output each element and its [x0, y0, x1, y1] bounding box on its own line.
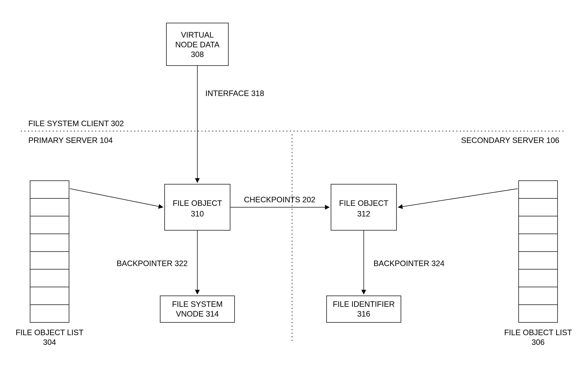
node-file-object-list-right: FILE OBJECT LIST 306	[504, 181, 572, 347]
node-file-object-primary: FILE OBJECT 310	[165, 184, 230, 230]
region-primary-label: PRIMARY SERVER 104	[28, 136, 113, 144]
svg-text:306: 306	[532, 338, 545, 347]
svg-text:310: 310	[191, 209, 204, 218]
svg-text:VNODE 314: VNODE 314	[176, 309, 219, 318]
svg-text:NODE DATA: NODE DATA	[175, 40, 220, 49]
region-client-label: FILE SYSTEM CLIENT 302	[28, 119, 124, 128]
svg-text:312: 312	[357, 209, 370, 218]
diagram-canvas: FILE SYSTEM CLIENT 302 PRIMARY SERVER 10…	[0, 0, 588, 372]
edge-interface-label: INTERFACE 318	[205, 89, 264, 98]
node-file-identifier: FILE IDENTIFIER 316	[326, 296, 401, 322]
svg-text:FILE OBJECT: FILE OBJECT	[339, 199, 388, 208]
svg-text:316: 316	[357, 309, 370, 318]
region-secondary-label: SECONDARY SERVER 106	[461, 136, 559, 144]
node-file-object-secondary: FILE OBJECT 312	[331, 184, 397, 230]
svg-text:VIRTUAL: VIRTUAL	[181, 31, 214, 39]
node-file-object-list-left: FILE OBJECT LIST 304	[16, 181, 83, 347]
node-virtual-node-data: VIRTUAL NODE DATA 308	[166, 23, 228, 66]
edge-list-left-to-fileobj	[70, 189, 163, 207]
svg-text:308: 308	[191, 50, 204, 59]
svg-text:FILE OBJECT LIST: FILE OBJECT LIST	[16, 328, 83, 337]
edge-list-right-to-fileobj	[398, 189, 518, 207]
svg-text:FILE OBJECT: FILE OBJECT	[173, 199, 222, 208]
edge-backpointer-left-label: BACKPOINTER 322	[117, 259, 188, 268]
svg-text:FILE OBJECT LIST: FILE OBJECT LIST	[504, 328, 572, 337]
svg-text:FILE SYSTEM: FILE SYSTEM	[172, 300, 223, 308]
svg-text:304: 304	[43, 338, 56, 347]
svg-text:FILE IDENTIFIER: FILE IDENTIFIER	[333, 300, 395, 308]
node-fs-vnode: FILE SYSTEM VNODE 314	[160, 296, 234, 322]
edge-backpointer-right-label: BACKPOINTER 324	[373, 259, 444, 268]
edge-checkpoints-label: CHECKPOINTS 202	[244, 195, 315, 204]
